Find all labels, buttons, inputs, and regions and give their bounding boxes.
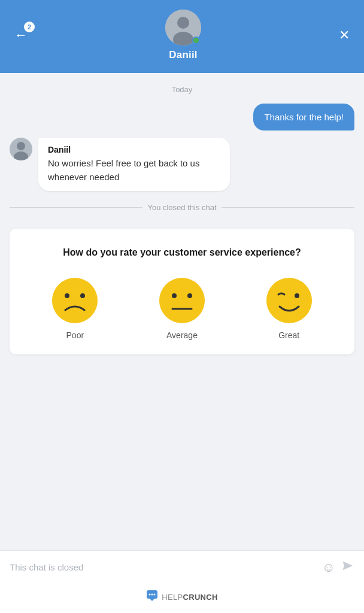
svg-point-8 [80, 293, 85, 298]
chat-area: Today Thanks for the help! Daniil No wor… [0, 73, 364, 550]
svg-point-11 [187, 293, 192, 298]
footer: HELPCRUNCH [0, 584, 364, 613]
send-icon[interactable] [341, 559, 354, 575]
svg-point-4 [17, 142, 25, 150]
agent-avatar-wrap [165, 10, 201, 45]
rating-option-average[interactable]: Average [158, 277, 206, 340]
chat-header: ← 2 Daniil ✕ [0, 0, 364, 73]
svg-point-9 [159, 278, 205, 323]
svg-point-13 [266, 278, 312, 323]
svg-point-14 [295, 293, 299, 298]
chat-closed-label: You closed this chat [10, 203, 354, 212]
svg-point-1 [177, 17, 189, 29]
svg-point-10 [172, 293, 177, 298]
great-label: Great [278, 330, 299, 340]
svg-point-7 [65, 293, 69, 298]
rating-option-poor[interactable]: Poor [51, 277, 99, 340]
rating-option-great[interactable]: Great [265, 277, 313, 340]
outgoing-message-row: Thanks for the help! [10, 104, 354, 131]
close-button[interactable]: ✕ [336, 26, 352, 44]
rating-card: How do you rate your customer service ex… [10, 229, 354, 354]
svg-point-18 [154, 594, 156, 596]
agent-name: Daniil [169, 49, 198, 61]
back-button-wrap: ← 2 [12, 26, 30, 44]
svg-point-6 [52, 278, 98, 323]
average-face-icon [158, 277, 206, 324]
input-placeholder: This chat is closed [10, 562, 316, 572]
incoming-message-text: No worries! Feel free to get back to us … [48, 157, 220, 184]
helpcrunch-logo-icon [146, 590, 158, 605]
great-face-icon [265, 277, 313, 324]
outgoing-bubble: Thanks for the help! [253, 104, 354, 131]
rating-question: How do you rate your customer service ex… [22, 245, 342, 260]
online-indicator [192, 37, 200, 44]
incoming-bubble: Daniil No worries! Feel free to get back… [38, 138, 230, 191]
svg-point-17 [151, 594, 153, 596]
average-label: Average [166, 330, 198, 340]
agent-avatar-small [10, 138, 32, 160]
emoji-icon[interactable]: ☺ [322, 560, 335, 575]
poor-face-icon [51, 277, 99, 324]
date-label: Today [10, 85, 354, 94]
svg-point-16 [149, 594, 151, 596]
incoming-message-row: Daniil No worries! Feel free to get back… [10, 138, 354, 191]
footer-brand: HELPCRUNCH [162, 593, 217, 602]
rating-options: Poor Average [22, 277, 342, 340]
poor-label: Poor [66, 330, 84, 340]
incoming-agent-name: Daniil [48, 145, 220, 154]
input-area: This chat is closed ☺ [0, 550, 364, 584]
unread-badge: 2 [24, 22, 35, 32]
header-agent-info: Daniil [165, 10, 201, 61]
